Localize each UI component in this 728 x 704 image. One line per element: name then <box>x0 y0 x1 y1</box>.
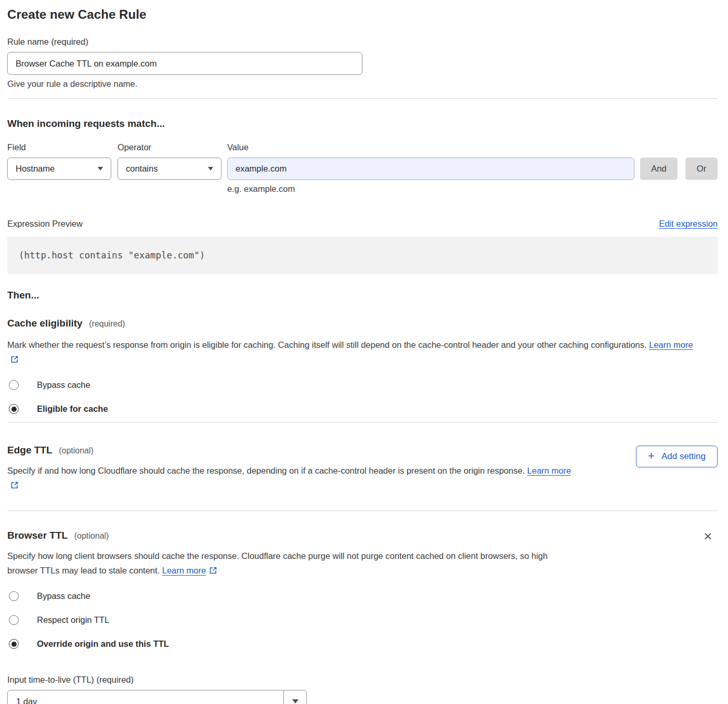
browser-ttl-options: Bypass cache Respect origin TTL Override… <box>7 591 718 649</box>
divider <box>7 422 718 423</box>
radio-bypass-cache[interactable]: Bypass cache <box>7 591 718 601</box>
add-setting-label: Add setting <box>661 451 706 462</box>
description-text: Mark whether the request’s response from… <box>7 340 647 349</box>
cache-eligibility-description: Mark whether the request’s response from… <box>7 337 704 368</box>
expression-preview-label: Expression Preview <box>7 219 83 229</box>
edge-ttl-requirement: (optional) <box>59 446 94 455</box>
then-heading: Then... <box>7 290 718 301</box>
radio-override-origin-ttl[interactable]: Override origin and use this TTL <box>7 639 718 649</box>
field-select[interactable]: Hostname <box>7 158 111 180</box>
radio-bypass-cache[interactable]: Bypass cache <box>7 380 718 390</box>
browser-ttl-learn-more-link[interactable]: Learn more <box>162 566 206 575</box>
operator-select-value: contains <box>126 164 158 174</box>
radio-selected-icon <box>9 639 19 649</box>
browser-ttl-header: Browser TTL (optional) Specify how long … <box>7 530 718 579</box>
radio-icon <box>9 615 19 625</box>
field-label: Field <box>7 142 118 152</box>
edge-ttl-heading: Edge TTL <box>7 445 53 455</box>
browser-ttl-requirement: (optional) <box>74 531 109 540</box>
divider <box>7 98 718 99</box>
ttl-input-label: Input time-to-live (TTL) (required) <box>7 675 718 685</box>
external-link-icon <box>209 564 217 579</box>
value-helper: e.g. example.com <box>227 184 718 194</box>
radio-selected-icon <box>9 404 19 414</box>
radio-icon <box>9 591 19 601</box>
radio-icon <box>9 380 19 390</box>
chevron-down-icon <box>208 167 213 171</box>
external-link-icon <box>10 353 19 368</box>
radio-label: Override origin and use this TTL <box>37 639 169 649</box>
rule-name-helper: Give your rule a descriptive name. <box>7 79 718 89</box>
rule-name-input[interactable] <box>7 52 362 75</box>
radio-label: Bypass cache <box>37 591 90 601</box>
external-link-icon <box>10 479 19 493</box>
radio-label: Bypass cache <box>37 380 90 390</box>
cache-eligibility-requirement: (required) <box>89 319 125 328</box>
value-label: Value <box>227 142 718 152</box>
chevron-down-icon <box>98 167 103 171</box>
operator-label: Operator <box>118 142 227 152</box>
browser-ttl-description: Specify how long client browsers should … <box>7 549 569 579</box>
cache-eligibility-heading: Cache eligibility <box>7 318 83 329</box>
value-input[interactable] <box>227 158 634 180</box>
expression-preview-header: Expression Preview Edit expression <box>7 219 718 229</box>
field-select-value: Hostname <box>16 164 55 174</box>
edge-ttl-description: Specify if and how long Cloudflare shoul… <box>7 463 577 493</box>
radio-label: Respect origin TTL <box>37 615 109 625</box>
page-title: Create new Cache Rule <box>7 7 718 22</box>
and-button[interactable]: And <box>640 158 678 180</box>
radio-label: Eligible for cache <box>37 404 108 414</box>
divider <box>7 511 718 511</box>
ttl-select[interactable]: 1 day <box>7 690 307 704</box>
plus-icon: + <box>648 450 655 462</box>
edge-ttl-learn-more-link[interactable]: Learn more <box>527 466 571 475</box>
rule-name-label: Rule name (required) <box>7 37 718 47</box>
browser-ttl-heading: Browser TTL <box>7 530 68 541</box>
edit-expression-link[interactable]: Edit expression <box>659 219 718 229</box>
or-button[interactable]: Or <box>685 158 718 180</box>
match-section-heading: When incoming requests match... <box>7 118 718 129</box>
create-cache-rule-form: Create new Cache Rule Rule name (require… <box>0 0 728 704</box>
description-text: Specify how long client browsers should … <box>7 551 548 575</box>
expression-preview-code: (http.host contains "example.com") <box>7 237 718 274</box>
edge-ttl-header: Edge TTL (optional) Specify if and how l… <box>7 445 718 493</box>
ttl-select-dropdown-button[interactable] <box>283 690 306 704</box>
ttl-select-value: 1 day <box>8 690 283 704</box>
cache-eligibility-options: Bypass cache Eligible for cache <box>7 380 718 414</box>
match-condition-row: Field Hostname Operator contains Value A… <box>7 142 718 194</box>
operator-select[interactable]: contains <box>118 158 222 180</box>
cache-eligibility-header: Cache eligibility (required) <box>7 318 718 329</box>
chevron-down-icon <box>292 699 298 703</box>
description-text: Specify if and how long Cloudflare shoul… <box>7 466 525 475</box>
radio-respect-origin-ttl[interactable]: Respect origin TTL <box>7 615 718 625</box>
radio-eligible-for-cache[interactable]: Eligible for cache <box>7 404 718 414</box>
close-icon[interactable]: ✕ <box>701 530 714 543</box>
add-setting-button[interactable]: + Add setting <box>636 446 718 467</box>
rule-name-section: Rule name (required) Give your rule a de… <box>7 37 718 89</box>
cache-eligibility-learn-more-link[interactable]: Learn more <box>649 340 693 349</box>
